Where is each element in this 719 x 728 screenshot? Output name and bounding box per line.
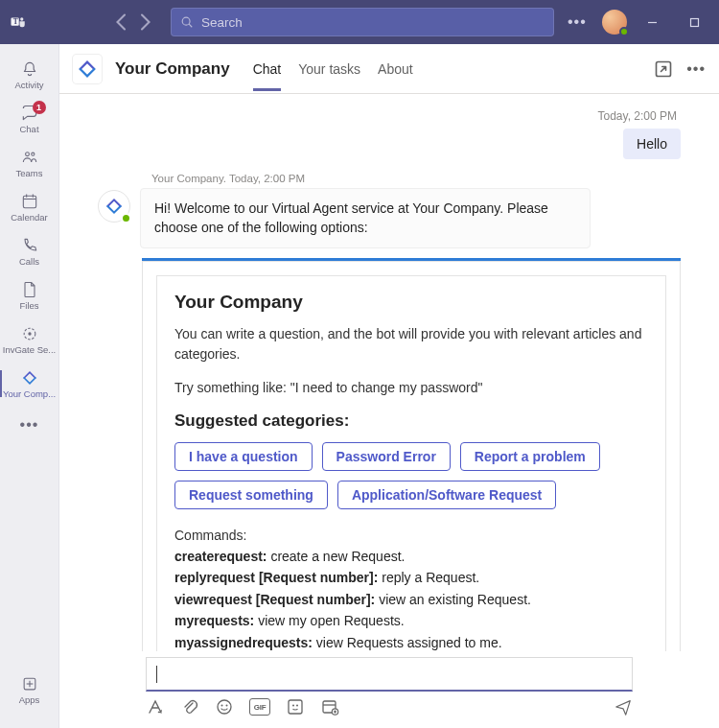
gif-button[interactable]: GIF	[249, 698, 270, 716]
rail-item-calls[interactable]: Calls	[0, 230, 59, 272]
tabs: Chat Your tasks About	[253, 48, 413, 90]
svg-point-25	[292, 705, 294, 707]
app-window: T Search ••• Activity 1	[0, 0, 719, 728]
incoming-meta: Your Company. Today, 2:00 PM	[151, 173, 681, 184]
titlebar-more-button[interactable]: •••	[562, 13, 592, 31]
invgate-icon	[20, 324, 39, 343]
emoji-button[interactable]	[215, 697, 234, 716]
card-title: Your Company	[174, 292, 648, 313]
compose-input[interactable]	[146, 657, 633, 692]
bot-avatar	[98, 190, 130, 223]
svg-point-21	[218, 700, 231, 714]
pill-application-software-request[interactable]: Application/Software Request	[337, 481, 556, 509]
search-placeholder: Search	[201, 15, 243, 30]
format-button[interactable]	[146, 697, 165, 716]
outgoing-message-row: Hello	[98, 129, 681, 159]
pill-report-a-problem[interactable]: Report a problem	[460, 442, 600, 471]
bot-presence-indicator	[121, 213, 131, 223]
rail-item-your-company[interactable]: Your Comp...	[0, 363, 59, 405]
attach-button[interactable]	[180, 697, 199, 716]
command-line: viewrequest [Request number]: view an ex…	[174, 589, 648, 610]
chat-scroll: Today, 2:00 PM Hello Your Company. Today…	[59, 94, 719, 651]
teams-icon	[20, 148, 39, 167]
command-line: replyrequest [Request number]: reply a R…	[174, 567, 648, 588]
rail-more-button[interactable]: •••	[0, 411, 59, 439]
main-panel: Your Company Chat Your tasks About ••• T…	[59, 44, 719, 728]
user-avatar[interactable]	[602, 10, 627, 35]
svg-line-4	[189, 24, 192, 27]
commands-block: Commands: createrequest: create a new Re…	[174, 525, 648, 651]
svg-text:T: T	[13, 17, 18, 26]
nav-back-button[interactable]	[113, 13, 130, 31]
command-line: createrequest: create a new Request.	[174, 546, 648, 567]
apps-icon	[20, 674, 39, 693]
calendar-icon	[20, 192, 39, 211]
rail-item-files[interactable]: Files	[0, 274, 59, 317]
svg-point-2	[20, 17, 23, 20]
app-header-icon	[73, 55, 102, 83]
adaptive-card: Your Company You can write a question, a…	[142, 258, 681, 651]
pill-request-something[interactable]: Request something	[174, 481, 328, 509]
app-header: Your Company Chat Your tasks About •••	[59, 44, 719, 94]
nav-arrows	[113, 13, 153, 31]
suggested-header: Suggested categories:	[174, 411, 648, 431]
titlebar-right: •••	[562, 9, 719, 35]
search-icon	[180, 15, 194, 29]
timestamp: Today, 2:00 PM	[98, 109, 681, 123]
company-app-icon	[20, 368, 39, 387]
incoming-message-row: Hi! Welcome to our Virtual Agent service…	[98, 188, 681, 248]
rail-item-calendar[interactable]: Calendar	[0, 186, 59, 228]
svg-rect-6	[691, 18, 699, 26]
teams-logo: T	[10, 13, 27, 31]
svg-rect-11	[23, 196, 35, 208]
svg-point-10	[31, 153, 34, 155]
search-input[interactable]: Search	[171, 8, 554, 36]
rail-item-teams[interactable]: Teams	[0, 142, 59, 184]
app-rail: Activity 1 Chat Teams Calendar Calls	[0, 44, 59, 728]
presence-indicator	[619, 27, 629, 36]
rail-item-apps[interactable]: Apps	[0, 669, 59, 711]
svg-rect-24	[289, 700, 302, 714]
file-icon	[20, 280, 39, 299]
command-line: myrequests: view my open Requests.	[174, 610, 648, 631]
tab-chat[interactable]: Chat	[253, 48, 282, 90]
incoming-bubble: Hi! Welcome to our Virtual Agent service…	[140, 188, 591, 248]
title-bar: T Search •••	[0, 0, 719, 44]
svg-point-23	[226, 705, 228, 707]
command-line: myassignedrequests: view Requests assign…	[174, 632, 648, 651]
pill-container: I have a question Password Error Report …	[174, 442, 648, 509]
outgoing-bubble: Hello	[623, 129, 681, 159]
chat-badge: 1	[33, 101, 46, 114]
window-maximize-button[interactable]	[679, 9, 711, 35]
tab-your-tasks[interactable]: Your tasks	[298, 48, 360, 90]
rail-item-chat[interactable]: 1 Chat	[0, 98, 59, 140]
svg-point-9	[25, 153, 29, 156]
popout-button[interactable]	[654, 59, 673, 79]
rail-item-invgate[interactable]: InvGate Se...	[0, 318, 59, 361]
compose-toolbar: GIF	[146, 697, 633, 716]
commands-header: Commands:	[174, 525, 648, 546]
bell-icon	[20, 59, 39, 79]
phone-icon	[20, 236, 39, 255]
card-example: Try something like: "I need to change my…	[174, 378, 648, 398]
schedule-meeting-button[interactable]	[320, 697, 339, 716]
text-cursor	[156, 666, 157, 683]
svg-point-3	[182, 17, 190, 25]
svg-point-22	[221, 705, 223, 707]
pill-i-have-a-question[interactable]: I have a question	[174, 442, 313, 471]
send-button[interactable]	[614, 697, 633, 716]
composer: GIF	[59, 651, 719, 728]
header-more-button[interactable]: •••	[686, 60, 706, 78]
nav-forward-button[interactable]	[136, 13, 153, 31]
tab-about[interactable]: About	[378, 48, 413, 90]
svg-point-16	[28, 333, 31, 336]
app-title: Your Company	[115, 59, 230, 79]
sticker-button[interactable]	[286, 697, 305, 716]
card-intro: You can write a question, and the bot wi…	[174, 324, 648, 364]
pill-password-error[interactable]: Password Error	[322, 442, 451, 471]
svg-point-26	[296, 705, 298, 707]
rail-item-activity[interactable]: Activity	[0, 54, 59, 96]
window-minimize-button[interactable]	[637, 9, 669, 35]
